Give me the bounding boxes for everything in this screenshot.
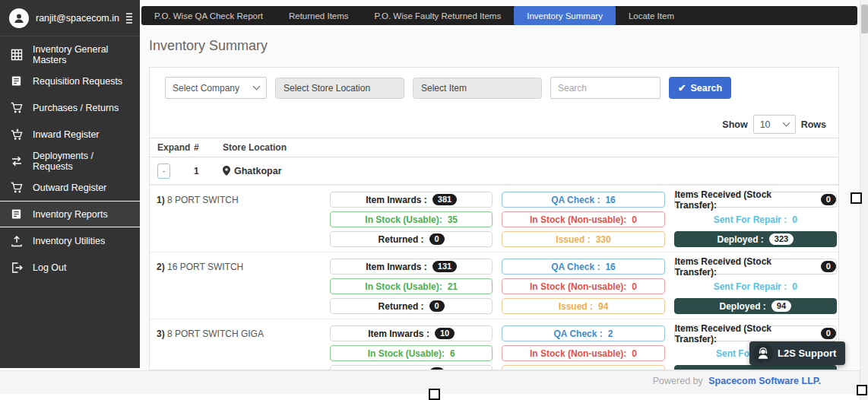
rows-per-page-select[interactable]: 10 (753, 115, 796, 134)
inventory-summary-card: Select Company Select Store Location Sel… (149, 67, 839, 370)
scrollbar-thumb[interactable] (861, 5, 868, 33)
tab-returned-items[interactable]: Returned Items (276, 6, 362, 25)
l2s-support-button[interactable]: L2S Support (749, 341, 845, 365)
item-row-16-port-switch: 2) 16 PORT SWITCH Item Inwards :131 QA C… (150, 252, 838, 319)
item-stats: Item Inwards :381 QA Check :16 Items Rec… (330, 192, 837, 247)
stat-in-stock-usable: In Stock (Usable):21 (330, 278, 493, 294)
item-select[interactable]: Select Item (413, 78, 542, 99)
table-header: Expand # Store Location (150, 138, 838, 157)
item-name: 2) 16 PORT SWITCH (157, 259, 330, 314)
user-avatar-icon (9, 8, 29, 28)
selection-handle[interactable] (429, 389, 440, 400)
spacecom-link[interactable]: Spacecom Software LLP. (708, 376, 821, 386)
count-badge: 10 (435, 328, 455, 339)
sidebar-item-label: Outward Register (33, 183, 106, 193)
tab-locate-item[interactable]: Locate Item (616, 6, 687, 25)
stat-in-stock-non-usable: In Stock (Non-usable):0 (502, 211, 664, 227)
check-icon: ✔ (678, 82, 686, 94)
sidebar-item-inventory-reports[interactable]: Inventory Reports (0, 201, 140, 227)
stat-issued: Issued :94 (502, 298, 664, 314)
header-store-location: Store Location (223, 142, 838, 153)
search-input[interactable] (550, 77, 661, 99)
sidebar-item-deployments-requests[interactable]: Deployments / Requests (0, 148, 140, 174)
sidebar-menu: Inventory General Masters Requisition Re… (0, 37, 140, 281)
stat-item-inwards: Item Inwards :381 (330, 192, 493, 208)
sidebar-item-label: Log Out (33, 262, 66, 273)
stat-item-inwards: Item Inwards :131 (330, 259, 493, 275)
chevron-down-icon (782, 119, 790, 127)
stat-qa-check: QA Check :16 (502, 259, 664, 275)
powered-by-text: Powered by (653, 376, 703, 386)
grid-icon (10, 48, 23, 61)
stat-returned: Returned :0 (330, 298, 493, 314)
selection-handle[interactable] (857, 385, 867, 395)
user-email: ranjit@spacecom.in (36, 13, 119, 24)
count-badge: 0 (429, 300, 445, 312)
stat-qa-check: QA Check :2 (502, 325, 664, 341)
store-location-name: Ghatkopar (223, 166, 838, 176)
stat-in-stock-usable: In Stock (Usable):6 (330, 345, 493, 361)
collapse-row-button[interactable]: - (157, 163, 170, 179)
tab-inventory-summary[interactable]: Inventory Summary (514, 6, 616, 25)
sidebar-item-inventory-utilities[interactable]: Inventory Utilities (0, 227, 140, 254)
hamburger-menu-icon[interactable] (126, 13, 132, 24)
count-badge: 0 (821, 261, 836, 272)
tab-po-wise-faulty-returned-items[interactable]: P.O. Wise Faulty Returned Items (362, 6, 515, 25)
sidebar: ranjit@spacecom.in Inventory General Mas… (0, 0, 140, 368)
stat-items-received: Items Received (Stock Transfer):0 (674, 325, 837, 341)
store-location-row: - 1 Ghatkopar (150, 157, 838, 185)
stat-sent-for-repair: Sent For Repair :0 (674, 278, 837, 294)
document-icon (10, 75, 23, 87)
page-title: Inventory Summary (149, 38, 268, 54)
tab-po-wise-qa-check-report[interactable]: P.O. Wise QA Check Report (141, 6, 276, 25)
sidebar-item-requisition-requests[interactable]: Requisition Requests (0, 68, 140, 94)
stat-deployed: Deployed :323 (674, 231, 837, 247)
cart-icon (10, 101, 23, 114)
sidebar-item-label: Inventory Utilities (33, 236, 105, 246)
store-location-select[interactable]: Select Store Location (275, 78, 404, 99)
swap-arrows-icon (10, 154, 23, 167)
sidebar-item-log-out[interactable]: Log Out (0, 254, 140, 281)
stat-items-received: Items Received (Stock Transfer):0 (674, 192, 837, 208)
sidebar-item-inward-register[interactable]: Inward Register (0, 121, 140, 148)
filter-bar: Select Company Select Store Location Sel… (150, 68, 838, 99)
support-label: L2S Support (778, 348, 836, 359)
stat-returned: Returned :0 (330, 231, 493, 247)
stat-qa-check: QA Check :16 (502, 192, 664, 208)
chevron-down-icon (253, 83, 261, 90)
count-badge: 0 (821, 328, 836, 339)
item-row-8-port-switch-giga: 3) 8 PORT SWITCH GIGA Item Inwards :10 Q… (150, 319, 838, 370)
stat-returned: Returned :0 (330, 365, 493, 370)
sidebar-item-inventory-general-masters[interactable]: Inventory General Masters (0, 41, 140, 68)
count-badge: 131 (432, 261, 457, 272)
stat-deployed: Deployed : (674, 365, 837, 370)
header-expand: Expand (150, 142, 194, 153)
selection-handle[interactable] (851, 192, 862, 204)
count-badge: 0 (821, 194, 836, 205)
stat-sent-for-repair: Sent For Repair :0 (674, 211, 837, 227)
count-badge: 323 (769, 233, 794, 245)
sidebar-item-purchases-returns[interactable]: Purchases / Returns (0, 94, 140, 121)
cart-icon (10, 181, 23, 194)
rows-label: Rows (801, 119, 826, 130)
sidebar-item-label: Inventory General Masters (33, 44, 132, 65)
cart-inward-icon (10, 128, 23, 141)
stat-in-stock-usable: In Stock (Usable):35 (330, 211, 493, 227)
top-nav-tabs: P.O. Wise QA Check Report Returned Items… (141, 6, 857, 25)
item-stats: Item Inwards :131 QA Check :16 Items Rec… (330, 259, 837, 314)
count-badge: 0 (429, 233, 445, 245)
search-button[interactable]: ✔ Search (669, 77, 731, 99)
count-badge: 94 (771, 300, 791, 312)
sidebar-item-outward-register[interactable]: Outward Register (0, 174, 140, 201)
count-badge: 381 (432, 194, 457, 205)
stat-deployed: Deployed :94 (674, 298, 837, 314)
upload-icon (10, 234, 23, 247)
sidebar-item-label: Inward Register (33, 129, 100, 140)
item-name: 1) 8 PORT SWITCH (157, 192, 330, 247)
company-select[interactable]: Select Company (165, 77, 267, 99)
stat-in-stock-non-usable: In Stock (Non-usable):0 (502, 278, 664, 294)
stat-issued: Issued :330 (502, 231, 664, 247)
sidebar-item-label: Requisition Requests (33, 76, 122, 87)
stat-in-stock-non-usable: In Stock (Non-usable):0 (502, 345, 664, 361)
stat-item-inwards: Item Inwards :10 (330, 325, 493, 341)
